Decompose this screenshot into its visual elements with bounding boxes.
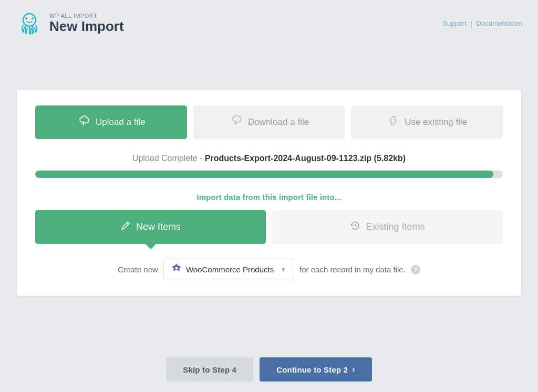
divider: | bbox=[471, 19, 472, 27]
docs-link[interactable]: Documentation bbox=[477, 19, 522, 27]
help-icon[interactable]: ? bbox=[411, 265, 420, 274]
import-type-row: New Items Existing Items bbox=[35, 210, 503, 244]
woocommerce-icon bbox=[171, 263, 182, 276]
svg-point-1 bbox=[25, 17, 27, 19]
svg-point-0 bbox=[23, 14, 36, 26]
product-select[interactable]: WooCommerce Products ▼ bbox=[163, 259, 294, 280]
continue-button[interactable]: Continue to Step 2 › bbox=[260, 357, 372, 382]
tab-download-label: Download a file bbox=[248, 117, 309, 128]
product-name: WooCommerce Products bbox=[186, 265, 274, 274]
tab-download[interactable]: Download a file bbox=[193, 105, 345, 139]
select-chevron-icon: ▼ bbox=[280, 266, 286, 273]
app-name: WP ALL IMPORT bbox=[49, 13, 124, 19]
history-icon bbox=[350, 220, 360, 234]
link-icon bbox=[387, 115, 399, 130]
upload-cloud-icon bbox=[77, 115, 90, 130]
logo-icon bbox=[16, 9, 43, 37]
download-cloud-icon bbox=[229, 115, 243, 130]
progress-bar-fill bbox=[35, 171, 493, 178]
header-links: Support | Documentation bbox=[442, 19, 522, 27]
support-link[interactable]: Support bbox=[442, 19, 467, 27]
footer-row: Skip to Step 4 Continue to Step 2 › bbox=[0, 348, 538, 392]
existing-items-label: Existing Items bbox=[366, 221, 425, 232]
progress-bar-container bbox=[35, 171, 503, 178]
tab-existing-file-label: Use existing file bbox=[405, 117, 467, 128]
header-left: WP ALL IMPORT New Import bbox=[16, 9, 124, 37]
tab-row: Upload a file Download a file bbox=[35, 105, 503, 139]
svg-point-2 bbox=[32, 17, 34, 19]
main-container: Upload a file Download a file bbox=[0, 43, 538, 348]
for-each-label: for each record in my data file. bbox=[299, 265, 406, 274]
page-title: New Import bbox=[49, 19, 124, 34]
new-items-label: New Items bbox=[136, 221, 181, 232]
header: WP ALL IMPORT New Import Support | Docum… bbox=[0, 0, 538, 43]
tab-upload[interactable]: Upload a file bbox=[35, 105, 187, 139]
create-row: Create new WooCommerce Products ▼ for ea… bbox=[35, 259, 503, 280]
pencil-icon bbox=[120, 220, 131, 234]
skip-button[interactable]: Skip to Step 4 bbox=[166, 357, 253, 382]
create-prefix: Create new bbox=[118, 265, 158, 274]
upload-status: Upload Complete - Products-Export-2024-A… bbox=[35, 154, 503, 163]
tab-upload-label: Upload a file bbox=[96, 117, 146, 128]
import-new-items[interactable]: New Items bbox=[35, 210, 266, 244]
svg-line-5 bbox=[127, 223, 128, 225]
chevron-right-icon: › bbox=[352, 365, 355, 374]
import-existing-items[interactable]: Existing Items bbox=[272, 210, 503, 244]
upload-filename: Products-Export-2024-August-09-1123.zip … bbox=[205, 154, 406, 163]
card: Upload a file Download a file bbox=[17, 90, 521, 296]
tab-existing-file[interactable]: Use existing file bbox=[351, 105, 503, 139]
svg-point-7 bbox=[175, 267, 178, 270]
continue-label: Continue to Step 2 bbox=[276, 365, 348, 374]
upload-prefix: Upload Complete - bbox=[132, 154, 205, 163]
import-label: Import data from this import file into..… bbox=[35, 193, 503, 202]
header-text: WP ALL IMPORT New Import bbox=[49, 13, 124, 34]
